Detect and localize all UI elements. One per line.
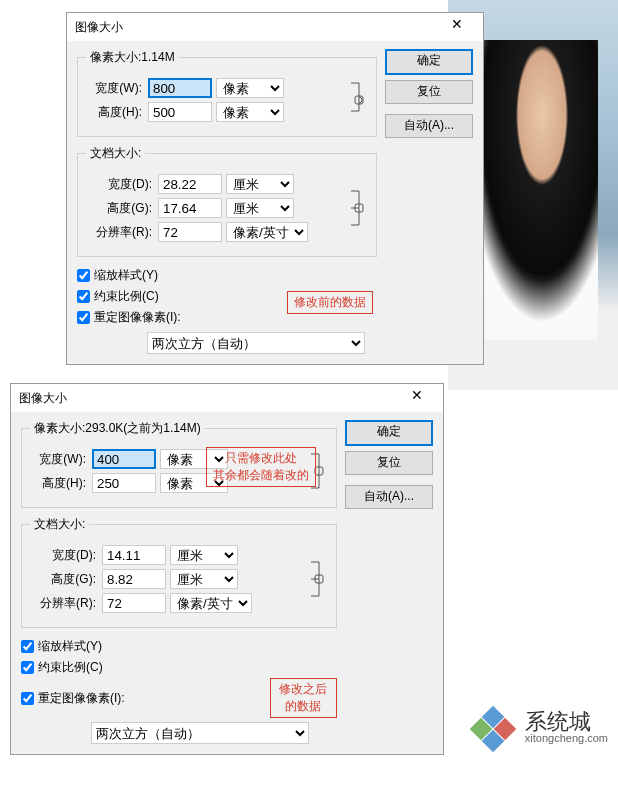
resample-image-checkbox[interactable]: 重定图像像素(I): <box>21 690 222 707</box>
doc-width-unit-select[interactable]: 厘米 <box>170 545 238 565</box>
doc-height-input[interactable] <box>158 198 222 218</box>
doc-width-input[interactable] <box>158 174 222 194</box>
doc-width-unit-select[interactable]: 厘米 <box>226 174 294 194</box>
image-size-dialog-before: 图像大小 ✕ 像素大小:1.14M 宽度(W): 像素 高度(H): <box>66 12 484 365</box>
doc-height-unit-select[interactable]: 厘米 <box>170 569 238 589</box>
resample-method-select[interactable]: 两次立方（自动） <box>147 332 365 354</box>
height-unit-select[interactable]: 像素 <box>216 102 284 122</box>
doc-height-unit-select[interactable]: 厘米 <box>226 198 294 218</box>
ok-button[interactable]: 确定 <box>345 420 433 446</box>
annotation-after: 修改之后的数据 <box>270 678 337 718</box>
resolution-label: 分辨率(R): <box>86 224 152 241</box>
auto-button[interactable]: 自动(A)... <box>385 114 473 138</box>
document-size-legend: 文档大小: <box>86 145 145 162</box>
width-unit-select[interactable]: 像素 <box>216 78 284 98</box>
close-icon[interactable]: ✕ <box>399 387 435 409</box>
height-input[interactable] <box>92 473 156 493</box>
ok-button[interactable]: 确定 <box>385 49 473 75</box>
logo-icon <box>467 707 517 747</box>
height-label: 高度(H): <box>86 104 142 121</box>
width-input[interactable] <box>92 449 156 469</box>
pixel-dimensions-group: 像素大小:1.14M 宽度(W): 像素 高度(H): 像素 <box>77 49 377 137</box>
dialog-title: 图像大小 <box>75 19 439 36</box>
resolution-input[interactable] <box>102 593 166 613</box>
titlebar: 图像大小 ✕ <box>67 13 483 41</box>
width-label: 宽度(W): <box>86 80 142 97</box>
logo-name: 系统城 <box>525 711 608 733</box>
document-size-group: 文档大小: 宽度(D): 厘米 高度(G): 厘米 <box>21 516 337 628</box>
scale-styles-checkbox[interactable]: 缩放样式(Y) <box>77 267 377 284</box>
titlebar: 图像大小 ✕ <box>11 384 443 412</box>
auto-button[interactable]: 自动(A)... <box>345 485 433 509</box>
doc-height-label: 高度(G): <box>86 200 152 217</box>
annotation-only-change: 只需修改此处 其余都会随着改的 <box>206 447 316 487</box>
link-icon <box>348 74 368 126</box>
resample-method-select[interactable]: 两次立方（自动） <box>91 722 309 744</box>
width-input[interactable] <box>148 78 212 98</box>
link-icon <box>348 170 368 246</box>
height-label: 高度(H): <box>30 475 86 492</box>
reset-button[interactable]: 复位 <box>385 80 473 104</box>
doc-height-label: 高度(G): <box>30 571 96 588</box>
image-size-dialog-after: 图像大小 ✕ 像素大小:293.0K(之前为1.14M) 宽度(W): 像素 高… <box>10 383 444 755</box>
resolution-unit-select[interactable]: 像素/英寸 <box>170 593 252 613</box>
dialog-title: 图像大小 <box>19 390 399 407</box>
doc-width-input[interactable] <box>102 545 166 565</box>
resolution-input[interactable] <box>158 222 222 242</box>
resolution-unit-select[interactable]: 像素/英寸 <box>226 222 308 242</box>
doc-width-label: 宽度(D): <box>86 176 152 193</box>
height-input[interactable] <box>148 102 212 122</box>
pixel-dimensions-legend: 像素大小:1.14M <box>86 49 179 66</box>
watermark-logo: 系统城 xitongcheng.com <box>467 707 608 747</box>
checkboxes-area: 缩放样式(Y) 约束比例(C) 重定图像像素(I): 修改之后的数据 <box>21 636 337 718</box>
document-size-group: 文档大小: 宽度(D): 厘米 高度(G): 厘米 <box>77 145 377 257</box>
logo-url: xitongcheng.com <box>525 733 608 744</box>
width-label: 宽度(W): <box>30 451 86 468</box>
doc-height-input[interactable] <box>102 569 166 589</box>
reset-button[interactable]: 复位 <box>345 451 433 475</box>
resolution-label: 分辨率(R): <box>30 595 96 612</box>
constrain-proportions-checkbox[interactable]: 约束比例(C) <box>21 659 337 676</box>
close-icon[interactable]: ✕ <box>439 16 475 38</box>
doc-width-label: 宽度(D): <box>30 547 96 564</box>
annotation-before: 修改前的数据 <box>287 291 373 314</box>
scale-styles-checkbox[interactable]: 缩放样式(Y) <box>21 638 337 655</box>
pixel-dimensions-legend: 像素大小:293.0K(之前为1.14M) <box>30 420 205 437</box>
document-size-legend: 文档大小: <box>30 516 89 533</box>
link-icon <box>308 541 328 617</box>
